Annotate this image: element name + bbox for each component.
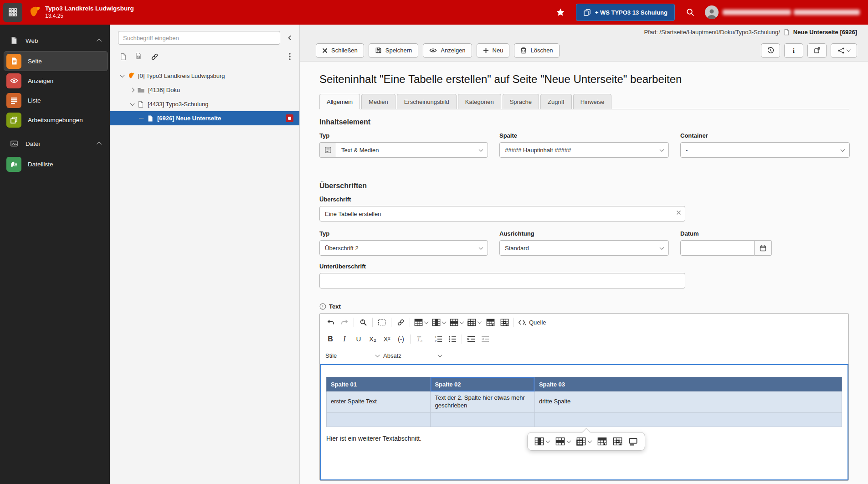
cell-properties-icon[interactable] — [613, 437, 622, 446]
tab-allgemein[interactable]: Allgemein — [319, 94, 360, 109]
spalte-select[interactable]: ##### Hauptinhalt ##### — [499, 142, 669, 158]
styles-dropdown[interactable]: Stile — [325, 352, 379, 359]
ueberschrift-input[interactable] — [319, 206, 685, 221]
tree-search-input[interactable] — [118, 31, 280, 45]
underline-icon[interactable]: U — [354, 333, 364, 345]
tab-kategorien[interactable]: Kategorien — [458, 94, 501, 109]
sidebar-item-arbeitsumgebungen[interactable]: Arbeitsumgebungen — [4, 110, 108, 129]
save-button-label: Speichern — [385, 47, 412, 54]
container-select[interactable]: - — [680, 142, 850, 158]
module-group-datei[interactable]: Datei — [0, 133, 110, 154]
chevron-down-icon[interactable] — [120, 73, 125, 77]
table-header-cell[interactable]: Spalte 01 — [327, 377, 431, 391]
tree-options-kebab-icon[interactable] — [284, 51, 296, 62]
tree-node-root[interactable]: [0] Typo3 Landkreis Ludwigsburg — [110, 69, 299, 83]
indent-icon[interactable] — [466, 333, 476, 345]
numbered-list-icon[interactable]: 12 — [433, 333, 443, 345]
link-icon[interactable] — [149, 51, 159, 62]
delete-button[interactable]: Löschen — [514, 43, 559, 58]
redo-icon[interactable] — [339, 316, 349, 328]
table-cell[interactable]: Text der 2. Spalte hier etwas mehr gesch… — [431, 391, 534, 413]
breadcrumb-page-ref[interactable]: Neue Unterseite [6926] — [793, 29, 857, 36]
sidebar-item-liste[interactable]: Liste — [4, 91, 108, 110]
outdent-icon[interactable] — [480, 333, 490, 345]
tab-sprache[interactable]: Sprache — [503, 94, 539, 109]
toggle-caption-icon[interactable] — [628, 437, 638, 446]
datum-label: Datum — [680, 230, 850, 237]
sidebar-item-dateiliste[interactable]: Dateiliste — [4, 154, 108, 174]
source-button[interactable]: Quelle — [518, 316, 546, 328]
tree-node-doku[interactable]: [4136] Doku — [110, 83, 299, 97]
tab-erscheinungsbild[interactable]: Erscheinungsbild — [397, 94, 457, 109]
find-replace-icon[interactable] — [358, 316, 368, 328]
italic-icon[interactable]: I — [339, 333, 349, 345]
close-button[interactable]: Schließen — [316, 43, 364, 58]
calendar-icon-button[interactable] — [755, 240, 772, 256]
rte-editing-area[interactable]: Spalte 01 Spalte 02 Spalte 03 erster Spa… — [320, 364, 848, 480]
bulleted-list-icon[interactable] — [447, 333, 457, 345]
table-header-cell[interactable]: Spalte 03 — [534, 377, 842, 391]
history-button[interactable] — [761, 43, 780, 58]
datum-input[interactable] — [680, 240, 755, 256]
tree-node-neue-unterseite[interactable]: [6926] Neue Unterseite — [110, 111, 299, 125]
table-row-icon[interactable] — [555, 437, 570, 446]
ausrichtung-select[interactable]: Standard — [499, 240, 669, 256]
module-group-web[interactable]: Web — [0, 30, 110, 51]
view-button[interactable]: Anzeigen — [423, 43, 472, 58]
tab-zugriff[interactable]: Zugriff — [540, 94, 572, 109]
bookmark-star-button[interactable] — [553, 5, 568, 20]
soft-hyphen-icon[interactable]: (-) — [396, 333, 406, 345]
share-button[interactable] — [831, 43, 857, 58]
merge-cells-icon[interactable] — [467, 316, 481, 328]
content-table[interactable]: Spalte 01 Spalte 02 Spalte 03 erster Spa… — [326, 377, 842, 427]
save-button[interactable]: Speichern — [369, 43, 419, 58]
link-icon[interactable] — [395, 316, 406, 328]
sidebar-item-anzeigen[interactable]: Anzeigen — [4, 71, 108, 90]
merge-cells-icon[interactable] — [576, 437, 591, 446]
workspace-button[interactable]: + WS TYPO3 13 Schulung — [576, 4, 675, 21]
content-type-icon-button[interactable] — [319, 142, 336, 158]
superscript-icon[interactable]: X² — [382, 333, 392, 345]
subscript-icon[interactable]: X₂ — [368, 333, 378, 345]
clear-input-icon[interactable] — [676, 210, 681, 215]
tab-hinweise[interactable]: Hinweise — [573, 94, 612, 109]
table-properties-icon[interactable] — [485, 316, 495, 328]
tree-node-typo3-schulung[interactable]: [4433] Typo3-Schulung — [110, 97, 299, 111]
new-page-icon[interactable] — [118, 51, 128, 62]
rte-toolbar-row-3: Stile Absatz — [320, 347, 848, 364]
new-page-drag-icon[interactable] — [134, 51, 144, 62]
app-launcher-button[interactable] — [3, 3, 22, 22]
table-column-icon[interactable] — [534, 437, 550, 446]
table-properties-icon[interactable] — [597, 437, 607, 446]
search-button[interactable] — [683, 5, 698, 20]
table-cell[interactable]: erster Spalte Text — [327, 391, 431, 413]
undo-icon[interactable] — [325, 316, 335, 328]
table-cell[interactable] — [534, 412, 842, 427]
view-button-label: Anzeigen — [441, 47, 465, 54]
table-header-cell-focused[interactable]: Spalte 02 — [431, 377, 534, 391]
new-button[interactable]: Neu — [477, 43, 510, 58]
user-menu[interactable] — [705, 5, 860, 19]
format-dropdown[interactable]: Absatz — [383, 352, 442, 359]
open-external-button[interactable] — [807, 43, 827, 58]
table-row-icon[interactable] — [450, 316, 463, 328]
unterueberschrift-input[interactable] — [319, 273, 685, 288]
cell-properties-icon[interactable] — [499, 316, 509, 328]
info-button[interactable]: i — [784, 43, 803, 58]
remove-format-icon[interactable]: Tₓ — [415, 333, 425, 345]
insert-table-icon[interactable] — [414, 316, 428, 328]
page-title: Seiteninhalt "Eine Tabelle erstellen" au… — [319, 73, 849, 86]
tab-medien[interactable]: Medien — [361, 94, 395, 109]
sidebar-item-seite[interactable]: Seite — [4, 51, 108, 71]
table-cell[interactable]: dritte Spalte — [534, 391, 842, 413]
bold-icon[interactable]: B — [325, 333, 335, 345]
table-column-icon[interactable] — [432, 316, 446, 328]
table-cell[interactable] — [431, 412, 534, 427]
chevron-right-icon[interactable] — [130, 88, 135, 93]
select-all-icon[interactable] — [377, 316, 387, 328]
collapse-tree-button[interactable] — [284, 32, 296, 44]
heading-typ-select[interactable]: Überschrift 2 — [319, 240, 488, 256]
chevron-down-icon[interactable] — [130, 101, 135, 106]
table-cell[interactable] — [327, 412, 431, 427]
typ-select[interactable]: Text & Medien — [336, 142, 488, 158]
